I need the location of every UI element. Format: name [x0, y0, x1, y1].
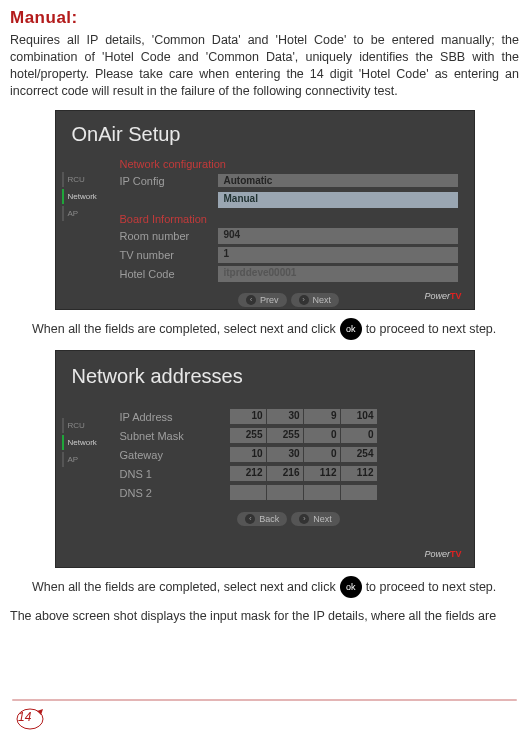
screenshot-onair-setup: OnAir Setup RCU Network AP Network confi… — [55, 110, 475, 310]
ip-octet[interactable]: 9 — [304, 409, 340, 424]
tab-ap-2[interactable]: AP — [62, 452, 112, 467]
ip-row: IP Address10309104 — [120, 408, 458, 426]
ip-row-label: Gateway — [120, 449, 230, 461]
prev-label: Prev — [260, 295, 279, 305]
step-instruction-1: When all the fields are completed, selec… — [32, 318, 519, 340]
ip-grid: IP Address10309104Subnet Mask25525500Gat… — [120, 408, 458, 502]
back-label: Back — [259, 514, 279, 524]
ip-octet[interactable]: 10 — [230, 447, 266, 462]
tab-network-2[interactable]: Network — [62, 435, 112, 450]
ip-octet[interactable]: 112 — [341, 466, 377, 481]
ip-octet[interactable]: 255 — [267, 428, 303, 443]
ip-row: DNS 1212216112112 — [120, 465, 458, 483]
tab-rcu-2[interactable]: RCU — [62, 418, 112, 433]
ip-octet[interactable]: 112 — [304, 466, 340, 481]
ip-row: Gateway10300254 — [120, 446, 458, 464]
ok-button-icon: ok — [340, 318, 362, 340]
ip-octet[interactable]: 30 — [267, 409, 303, 424]
step-text-a: When all the fields are completed, selec… — [32, 322, 336, 336]
section-network-config: Network configuration — [120, 158, 458, 170]
screenshot-network-addresses: Network addresses RCU Network AP IP Addr… — [55, 350, 475, 568]
next-label-2: Next — [313, 514, 332, 524]
footer-rule — [12, 699, 517, 701]
tv-number-value[interactable]: 1 — [218, 247, 458, 263]
chevron-left-icon: ‹ — [245, 514, 255, 524]
side-tabs-2: RCU Network AP — [62, 418, 112, 526]
hotel-code-label: Hotel Code — [120, 268, 218, 280]
footer-paragraph: The above screen shot displays the input… — [10, 608, 519, 625]
ip-octet[interactable]: 216 — [267, 466, 303, 481]
page-number-text: 14 — [18, 710, 31, 724]
ipconfig-label: IP Config — [120, 175, 218, 187]
ip-octet[interactable]: 255 — [230, 428, 266, 443]
ipconfig-automatic[interactable]: Automatic — [218, 174, 458, 187]
ip-row: Subnet Mask25525500 — [120, 427, 458, 445]
step-instruction-2: When all the fields are completed, selec… — [32, 576, 519, 598]
ip-octet[interactable] — [304, 485, 340, 500]
step-text-b-2: to proceed to next step. — [366, 580, 497, 594]
ip-octet[interactable] — [230, 485, 266, 500]
step-text-a-2: When all the fields are completed, selec… — [32, 580, 336, 594]
next-button-2[interactable]: ›Next — [291, 512, 340, 526]
ip-octet[interactable]: 212 — [230, 466, 266, 481]
tab-network[interactable]: Network — [62, 189, 112, 204]
ip-octet[interactable]: 104 — [341, 409, 377, 424]
room-number-label: Room number — [120, 230, 218, 242]
powertv-logo: PowerTV — [424, 291, 461, 301]
tv-number-label: TV number — [120, 249, 218, 261]
ip-octet[interactable] — [267, 485, 303, 500]
ip-octet[interactable]: 0 — [304, 428, 340, 443]
ip-row-label: Subnet Mask — [120, 430, 230, 442]
network-addresses-title: Network addresses — [56, 351, 474, 398]
ipconfig-manual[interactable]: Manual — [218, 192, 458, 208]
ip-octet[interactable]: 254 — [341, 447, 377, 462]
ip-octet[interactable]: 0 — [304, 447, 340, 462]
ip-row: DNS 2 — [120, 484, 458, 502]
side-tabs: RCU Network AP — [62, 172, 112, 307]
section-heading: Manual: — [10, 8, 519, 28]
tab-ap[interactable]: AP — [62, 206, 112, 221]
ok-button-icon-2: ok — [340, 576, 362, 598]
tab-rcu[interactable]: RCU — [62, 172, 112, 187]
chevron-right-icon: › — [299, 295, 309, 305]
ip-octet[interactable]: 30 — [267, 447, 303, 462]
next-button[interactable]: ›Next — [291, 293, 340, 307]
hotel-code-value[interactable]: itprddeve00001 — [218, 266, 458, 282]
next-label: Next — [313, 295, 332, 305]
room-number-value[interactable]: 904 — [218, 228, 458, 244]
step-text-b: to proceed to next step. — [366, 322, 497, 336]
section-board-info: Board Information — [120, 213, 458, 225]
ip-row-label: IP Address — [120, 411, 230, 423]
intro-paragraph: Requires all IP details, 'Common Data' a… — [10, 32, 519, 100]
chevron-left-icon: ‹ — [246, 295, 256, 305]
ip-row-label: DNS 1 — [120, 468, 230, 480]
page-number: 14 — [14, 707, 42, 729]
ip-row-label: DNS 2 — [120, 487, 230, 499]
chevron-right-icon: › — [299, 514, 309, 524]
ip-octet[interactable]: 10 — [230, 409, 266, 424]
ip-octet[interactable] — [341, 485, 377, 500]
onair-title: OnAir Setup — [56, 111, 474, 152]
back-button[interactable]: ‹Back — [237, 512, 287, 526]
prev-button[interactable]: ‹Prev — [238, 293, 287, 307]
powertv-logo-2: PowerTV — [424, 549, 461, 559]
ip-octet[interactable]: 0 — [341, 428, 377, 443]
